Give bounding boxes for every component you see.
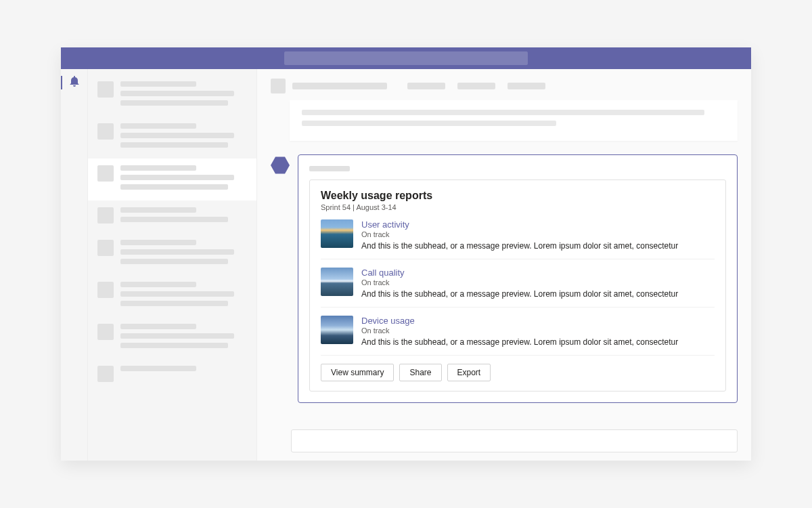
report-status: On track <box>361 278 715 287</box>
card-actions: View summary Share Export <box>321 364 715 381</box>
activity-feed <box>88 69 257 461</box>
rail-item-activity[interactable] <box>61 72 88 93</box>
feed-item[interactable] <box>88 117 256 158</box>
avatar <box>97 366 114 382</box>
feed-item[interactable] <box>88 317 256 359</box>
feed-item[interactable] <box>88 359 256 389</box>
report-preview: And this is the subhead, or a message pr… <box>361 289 715 299</box>
compose-box[interactable] <box>291 429 738 452</box>
app-window: Weekly usage reports Sprint 54 | August … <box>61 47 751 461</box>
feed-item[interactable] <box>88 275 256 317</box>
app-rail <box>61 69 88 461</box>
avatar <box>97 81 114 98</box>
avatar <box>97 240 114 256</box>
report-row: Device usage On track And this is the su… <box>321 308 715 356</box>
report-preview: And this is the subhead, or a message pr… <box>361 337 715 347</box>
report-thumbnail <box>321 316 353 344</box>
chat-header <box>271 76 738 100</box>
feed-item[interactable] <box>88 233 256 275</box>
card-title: Weekly usage reports <box>321 190 715 202</box>
chat-avatar <box>271 79 286 93</box>
report-status: On track <box>361 230 715 238</box>
report-thumbnail <box>321 268 353 296</box>
avatar <box>97 165 114 182</box>
export-button[interactable]: Export <box>447 364 491 381</box>
search-input[interactable] <box>284 51 528 65</box>
chat-title <box>292 83 387 89</box>
adaptive-card: Weekly usage reports Sprint 54 | August … <box>309 179 726 391</box>
report-preview: And this is the subhead, or a message pr… <box>361 241 715 251</box>
report-thumbnail <box>321 219 353 248</box>
chat-tabs <box>407 83 545 89</box>
message <box>290 100 738 141</box>
avatar <box>97 123 114 140</box>
report-link[interactable]: User activity <box>361 219 715 230</box>
card-message: Weekly usage reports Sprint 54 | August … <box>271 154 738 403</box>
chat-pane: Weekly usage reports Sprint 54 | August … <box>257 69 751 461</box>
report-link[interactable]: Call quality <box>361 268 715 278</box>
sender-name-placeholder <box>309 166 350 171</box>
feed-item[interactable] <box>88 158 256 200</box>
hexagon-icon <box>271 156 290 175</box>
report-row: User activity On track And this is the s… <box>321 211 715 259</box>
app-body: Weekly usage reports Sprint 54 | August … <box>61 69 751 461</box>
tab[interactable] <box>457 83 495 89</box>
bell-icon <box>69 76 80 89</box>
report-link[interactable]: Device usage <box>361 316 715 326</box>
share-button[interactable]: Share <box>399 364 441 381</box>
feed-item[interactable] <box>88 75 256 117</box>
tab[interactable] <box>508 83 545 89</box>
view-summary-button[interactable]: View summary <box>321 364 394 381</box>
feed-item[interactable] <box>88 200 256 233</box>
bot-avatar <box>271 156 290 175</box>
card-subtitle: Sprint 54 | August 3-14 <box>321 203 715 211</box>
avatar <box>97 282 114 298</box>
avatar <box>97 207 114 224</box>
report-status: On track <box>361 326 715 335</box>
titlebar <box>61 47 751 69</box>
tab[interactable] <box>407 83 445 89</box>
report-row: Call quality On track And this is the su… <box>321 259 715 308</box>
avatar <box>97 324 114 340</box>
